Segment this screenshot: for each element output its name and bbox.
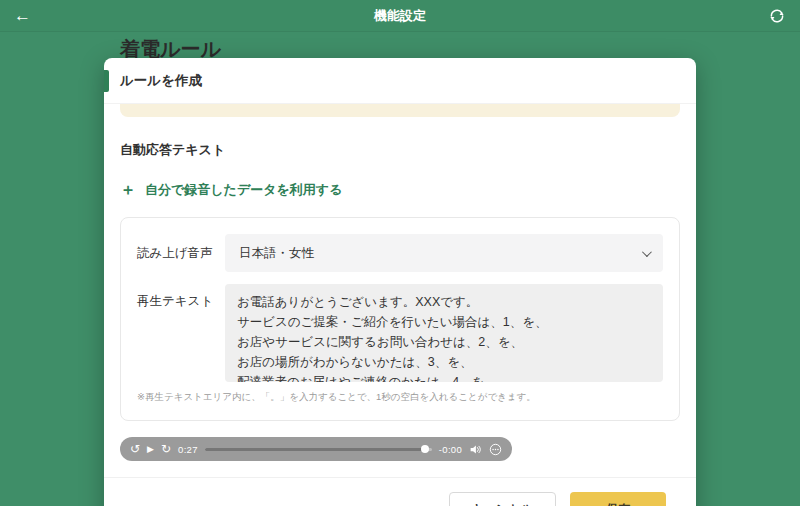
seek-bar[interactable] [205,448,432,451]
app-bar: ← 機能設定 [0,0,800,32]
tts-form-box: 読み上げ音声 日本語・女性 再生テキスト お電話ありがとうございます。XXXです… [120,217,680,421]
auto-answer-section-label: 自動応答テキスト [120,141,680,159]
voice-select-value: 日本語・女性 [239,245,314,262]
skip-forward-icon[interactable]: ↻ [161,443,171,455]
cancel-button[interactable]: キャンセル [449,492,556,506]
audio-player: ↺ ▶ ↻ 0:27 -0:00 [120,437,512,461]
playback-text-label: 再生テキスト [137,284,225,310]
use-own-recording-link[interactable]: ＋ 自分で録音したデータを利用する [120,181,342,199]
seek-fill [205,448,425,451]
save-button[interactable]: 保存 [570,492,666,506]
create-rule-modal: ルールを作成 自動応答テキスト ＋ 自分で録音したデータを利用する 読み上げ音声… [104,58,696,506]
play-icon[interactable]: ▶ [147,445,154,454]
back-arrow-icon[interactable]: ← [14,7,38,24]
voice-label: 読み上げ音声 [137,245,225,262]
chevron-down-icon [642,247,652,257]
modal-header: ルールを作成 [104,58,696,104]
plus-icon: ＋ [120,182,136,198]
scrolled-section-remnant [120,104,680,117]
page-title: 機能設定 [0,7,800,25]
current-time: 0:27 [178,444,198,455]
accent-bar [104,70,109,92]
modal-content: 自動応答テキスト ＋ 自分で録音したデータを利用する 読み上げ音声 日本語・女性… [104,104,696,506]
modal-title: ルールを作成 [120,72,202,90]
playback-text-input[interactable]: お電話ありがとうございます。XXXです。 サービスのご提案・ご紹介を行いたい場合… [225,284,663,382]
volume-icon[interactable] [469,443,482,456]
voice-row: 読み上げ音声 日本語・女性 [137,234,663,272]
more-options-icon[interactable] [489,443,502,456]
playback-text-row: 再生テキスト お電話ありがとうございます。XXXです。 サービスのご提案・ご紹介… [137,284,663,382]
modal-footer: キャンセル 保存 [104,477,696,506]
seek-knob[interactable] [421,445,429,453]
remaining-time: -0:00 [439,444,462,455]
playback-text-note: ※再生テキストエリア内に、「。」を入力することで、1秒の空白を入れることができま… [137,391,663,404]
skip-back-icon[interactable]: ↺ [130,443,140,455]
voice-select[interactable]: 日本語・女性 [225,234,663,272]
use-own-recording-label: 自分で録音したデータを利用する [145,181,342,199]
refresh-icon[interactable] [768,7,786,25]
